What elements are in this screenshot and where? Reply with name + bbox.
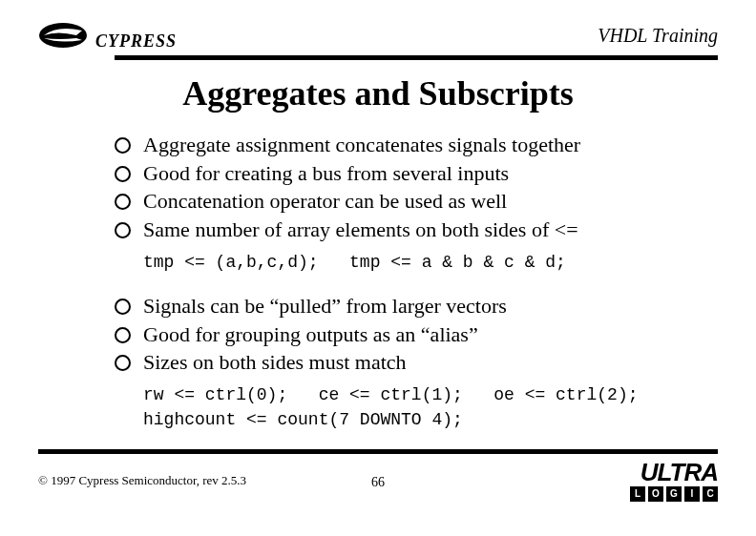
ultra-wordmark: ULTRA: [630, 460, 718, 484]
ultra-subtext: L O G I C: [630, 486, 718, 502]
code-block-2: rw <= ctrl(0); ce <= ctrl(1); oe <= ctrl…: [115, 382, 689, 432]
slide-header: CYPRESS VHDL Training: [38, 19, 718, 52]
brand-logo: CYPRESS: [38, 19, 177, 52]
brand-name: CYPRESS: [95, 31, 177, 52]
bullet-group-1: Aggregate assignment concatenates signal…: [115, 131, 689, 244]
ultra-logo: ULTRA L O G I C: [630, 460, 718, 502]
header-divider: [115, 55, 718, 60]
cypress-logo-icon: [38, 19, 94, 52]
ultra-letter: I: [684, 486, 700, 502]
bullet-item: Aggregate assignment concatenates signal…: [115, 131, 689, 159]
course-title: VHDL Training: [598, 25, 718, 47]
slide-title: Aggregates and Subscripts: [38, 73, 718, 113]
bullet-item: Same number of array elements on both si…: [115, 216, 689, 244]
slide-footer: © 1997 Cypress Semiconductor, rev 2.5.3 …: [38, 460, 718, 502]
bullet-item: Signals can be “pulled” from larger vect…: [115, 292, 689, 320]
bullet-item: Sizes on both sides must match: [115, 348, 689, 377]
footer-divider: [38, 449, 718, 454]
bullet-item: Concatenation operator can be used as we…: [115, 187, 689, 216]
bullet-group-2: Signals can be “pulled” from larger vect…: [115, 292, 689, 377]
code-block-1: tmp <= (a,b,c,d); tmp <= a & b & c & d;: [115, 250, 689, 275]
bullet-item: Good for creating a bus from several inp…: [115, 159, 689, 188]
page-number: 66: [371, 475, 385, 490]
slide-content: Aggregate assignment concatenates signal…: [38, 131, 718, 432]
bullet-item: Good for grouping outputs as an “alias”: [115, 320, 689, 349]
ultra-letter: C: [703, 486, 718, 502]
ultra-letter: G: [666, 486, 682, 502]
ultra-letter: O: [648, 486, 663, 502]
ultra-letter: L: [630, 486, 645, 502]
copyright-text: © 1997 Cypress Semiconductor, rev 2.5.3: [38, 473, 246, 488]
svg-point-0: [39, 23, 87, 48]
